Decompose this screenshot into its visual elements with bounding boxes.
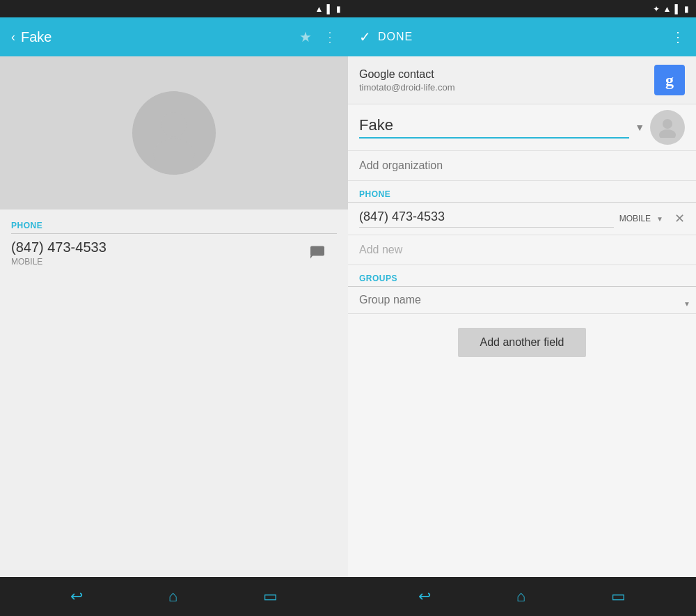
google-g-letter: g [665, 71, 674, 90]
avatar-person-icon [146, 105, 202, 161]
home-nav-icon-left[interactable]: ⌂ [168, 587, 177, 606]
bottom-nav-left: ↩ ⌂ ▭ [0, 577, 348, 616]
phone-row: (847) 473-4533 MOBILE [11, 239, 337, 267]
back-nav-icon-left[interactable]: ↩ [70, 587, 83, 606]
svg-point-0 [161, 112, 187, 137]
account-name: Google contact [359, 68, 454, 81]
done-button[interactable]: ✓ DONE [359, 29, 413, 45]
home-nav-icon-right[interactable]: ⌂ [516, 587, 525, 606]
account-row: Google contact timotato@droid-life.com g [348, 56, 696, 104]
group-input[interactable] [359, 294, 685, 306]
battery-icon-left: ▮ [336, 4, 341, 14]
phone-type-left: MOBILE [11, 257, 106, 267]
phone-type-label: MOBILE [619, 214, 651, 223]
svg-rect-2 [310, 246, 324, 255]
account-email: timotato@droid-life.com [359, 82, 454, 93]
contact-photo-icon [657, 117, 678, 138]
checkmark-icon: ✓ [359, 29, 371, 45]
more-menu-icon-left[interactable]: ⋮ [323, 29, 337, 45]
status-bar: ▲ ▌ ▮ ✦ ▲ ▌ ▮ [0, 0, 696, 17]
message-icon[interactable] [309, 243, 326, 263]
right-toolbar: ✓ DONE ⋮ [348, 17, 696, 56]
recent-nav-icon-left[interactable]: ▭ [263, 587, 278, 606]
more-menu-icon-right[interactable]: ⋮ [671, 29, 685, 45]
back-arrow-icon[interactable]: ‹ [11, 30, 15, 45]
battery-icon-right: ▮ [684, 4, 689, 14]
group-row: ▼ [348, 287, 696, 314]
phone-type-dropdown-icon[interactable]: ▼ [656, 215, 663, 223]
google-icon: g [654, 65, 685, 95]
left-toolbar-left: ‹ Fake [11, 29, 52, 45]
svg-point-5 [659, 129, 676, 138]
avatar-section [0, 56, 348, 210]
wifi-icon-left: ▲ [315, 4, 324, 14]
groups-section-label: GROUPS [348, 265, 696, 287]
account-info: Google contact timotato@droid-life.com [359, 68, 454, 93]
signal-icon-left: ▌ [326, 4, 333, 14]
phone-number-left: (847) 473-4533 [11, 239, 106, 255]
bluetooth-icon: ✦ [653, 4, 660, 14]
status-bar-left: ▲ ▌ ▮ [0, 0, 348, 17]
left-panel: ‹ Fake ★ ⋮ PHONE (847) 473-4533 MOBIL [0, 17, 348, 577]
star-icon[interactable]: ★ [299, 29, 312, 45]
phone-section-label-right: PHONE [348, 181, 696, 203]
phone-remove-icon[interactable]: ✕ [674, 211, 685, 226]
avatar-circle [132, 91, 216, 175]
wifi-icon-right: ▲ [663, 4, 672, 14]
org-row [348, 151, 696, 181]
group-dropdown-icon[interactable]: ▼ [683, 300, 690, 308]
bottom-nav-right: ↩ ⌂ ▭ [348, 577, 696, 616]
edit-form: Google contact timotato@droid-life.com g… [348, 56, 696, 577]
bottom-nav: ↩ ⌂ ▭ ↩ ⌂ ▭ [0, 577, 696, 616]
toolbar-icons: ★ ⋮ [299, 29, 337, 45]
done-label: DONE [378, 31, 413, 43]
svg-point-4 [663, 119, 672, 129]
status-bar-right: ✦ ▲ ▌ ▮ [348, 0, 696, 17]
phone-edit-input[interactable] [359, 210, 614, 228]
left-toolbar: ‹ Fake ★ ⋮ [0, 17, 348, 56]
right-panel: ✓ DONE ⋮ Google contact timotato@droid-l… [348, 17, 696, 577]
left-toolbar-title: Fake [21, 29, 52, 45]
add-new-label: Add new [359, 244, 402, 255]
back-nav-icon-right[interactable]: ↩ [418, 587, 431, 606]
add-field-section: Add another field [348, 314, 696, 371]
contact-info: PHONE (847) 473-4533 MOBILE [0, 210, 348, 577]
svg-point-1 [153, 139, 195, 161]
phone-section-label-left: PHONE [11, 221, 337, 234]
name-input-wrap [359, 116, 629, 139]
name-dropdown-arrow-icon[interactable]: ▼ [635, 122, 644, 133]
org-input[interactable] [359, 159, 685, 172]
recent-nav-icon-right[interactable]: ▭ [611, 587, 626, 606]
name-input[interactable] [359, 116, 629, 139]
add-another-field-button[interactable]: Add another field [458, 328, 587, 357]
add-new-row[interactable]: Add new [348, 235, 696, 265]
main-content: ‹ Fake ★ ⋮ PHONE (847) 473-4533 MOBIL [0, 17, 696, 577]
signal-icon-right: ▌ [674, 4, 681, 14]
contact-photo-thumb[interactable] [650, 110, 685, 145]
name-row: ▼ [348, 104, 696, 151]
phone-edit-row: MOBILE ▼ ✕ [348, 203, 696, 235]
